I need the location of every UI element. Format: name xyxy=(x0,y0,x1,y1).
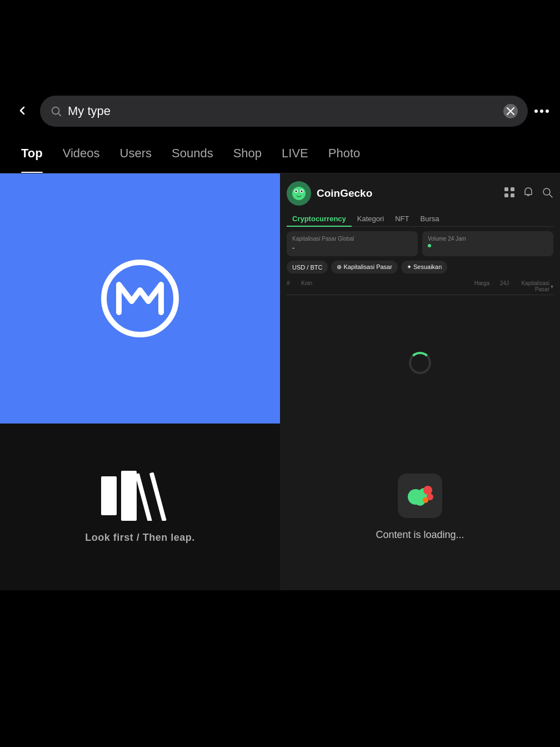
svg-rect-11 xyxy=(511,193,514,197)
svg-rect-9 xyxy=(511,187,514,191)
search-input[interactable] xyxy=(68,104,498,118)
card-coingecko[interactable]: CoinGecko xyxy=(280,173,560,424)
svg-rect-13 xyxy=(101,476,117,515)
stat-market-cap-global: Kapitalisasi Pasar Global - xyxy=(287,231,418,256)
coingecko-avatar xyxy=(287,181,311,206)
svg-point-3 xyxy=(292,187,306,200)
stat-value-market-cap: - xyxy=(292,244,412,252)
tab-videos[interactable]: Videos xyxy=(53,133,110,173)
more-options-button[interactable] xyxy=(534,109,549,113)
coingecko-filters: USD / BTC ⊕ Kapitalisasi Pasar ✦ Sesuaik… xyxy=(287,261,553,273)
search-icon xyxy=(50,105,62,117)
card-loading: Content is loading... xyxy=(280,424,560,590)
tab-top[interactable]: Top xyxy=(11,133,53,173)
tab-shop[interactable]: Shop xyxy=(223,133,272,173)
th-harga: Harga xyxy=(462,280,489,292)
coingecko-header: CoinGecko xyxy=(287,181,553,206)
coingecko-action-icons xyxy=(503,186,553,201)
top-black-area xyxy=(0,0,560,89)
svg-rect-16 xyxy=(149,472,167,520)
svg-point-23 xyxy=(423,497,428,503)
tab-photo[interactable]: Photo xyxy=(318,133,371,173)
svg-point-6 xyxy=(296,191,297,192)
svg-rect-10 xyxy=(504,193,508,197)
tab-live[interactable]: LIVE xyxy=(272,133,318,173)
th-kapitalisasi[interactable]: Kapitalisasi Pasar ▾ xyxy=(509,280,553,292)
th-koin: Koin xyxy=(298,280,462,292)
green-dot-indicator xyxy=(428,244,431,247)
back-button[interactable] xyxy=(11,97,33,126)
clear-button[interactable] xyxy=(503,104,518,118)
gecko-tab-bursa[interactable]: Bursa xyxy=(415,211,445,226)
stat-volume-24h: Volume 24 Jam xyxy=(422,231,553,256)
coingecko-apps-icon[interactable] xyxy=(503,186,516,201)
tabs-row: Top Videos Users Sounds Shop LIVE Photo xyxy=(0,133,560,173)
stat-label-volume: Volume 24 Jam xyxy=(428,236,548,242)
filter-usd-btc[interactable]: USD / BTC xyxy=(287,261,328,273)
th-24j: 24J xyxy=(489,280,509,292)
search-bar-row xyxy=(0,89,560,133)
bottom-black-area xyxy=(0,590,560,725)
coingecko-name: CoinGecko xyxy=(317,187,372,200)
coingecko-search-icon[interactable] xyxy=(541,186,553,201)
loading-app-icon xyxy=(398,474,442,518)
gecko-tab-kategori[interactable]: Kategori xyxy=(352,211,389,226)
svg-rect-15 xyxy=(135,473,152,521)
svg-point-21 xyxy=(423,486,432,495)
filter-kapitalisasi[interactable]: ⊕ Kapitalisasi Pasar xyxy=(331,261,398,273)
tradingview-tagline: Look first / Then leap. xyxy=(85,532,195,544)
svg-rect-8 xyxy=(504,187,508,191)
coingecko-table-header: # Koin Harga 24J Kapitalisasi Pasar ▾ xyxy=(287,278,553,295)
stat-label-market-cap: Kapitalisasi Pasar Global xyxy=(292,236,412,242)
coingecko-tabs: Cryptocurrency Kategori NFT Bursa xyxy=(287,211,553,227)
gecko-tab-cryptocurrency[interactable]: Cryptocurrency xyxy=(287,211,352,226)
tab-users[interactable]: Users xyxy=(110,133,162,173)
content-grid: CoinGecko xyxy=(0,173,560,590)
svg-point-12 xyxy=(543,188,550,195)
gecko-tab-nft[interactable]: NFT xyxy=(389,211,414,226)
search-box xyxy=(40,96,528,127)
card-tradingview[interactable]: Look first / Then leap. xyxy=(0,424,280,590)
card-coinmarketcap[interactable] xyxy=(0,173,280,424)
tradingview-logo xyxy=(96,471,184,523)
filter-sesuaikan[interactable]: ✦ Sesuaikan xyxy=(401,261,447,273)
stat-value-volume xyxy=(428,244,548,247)
coingecko-bell-icon[interactable] xyxy=(522,186,534,201)
tab-sounds[interactable]: Sounds xyxy=(162,133,223,173)
svg-point-7 xyxy=(301,191,303,192)
coingecko-loading xyxy=(287,295,553,419)
coinmarketcap-logo xyxy=(96,254,184,343)
coingecko-brand: CoinGecko xyxy=(287,181,372,206)
coingecko-stats: Kapitalisasi Pasar Global - Volume 24 Ja… xyxy=(287,231,553,256)
loading-text: Content is loading... xyxy=(376,529,464,541)
loading-spinner xyxy=(409,352,431,374)
svg-rect-14 xyxy=(121,471,137,521)
svg-point-1 xyxy=(104,262,176,335)
th-hash: # xyxy=(287,280,298,292)
